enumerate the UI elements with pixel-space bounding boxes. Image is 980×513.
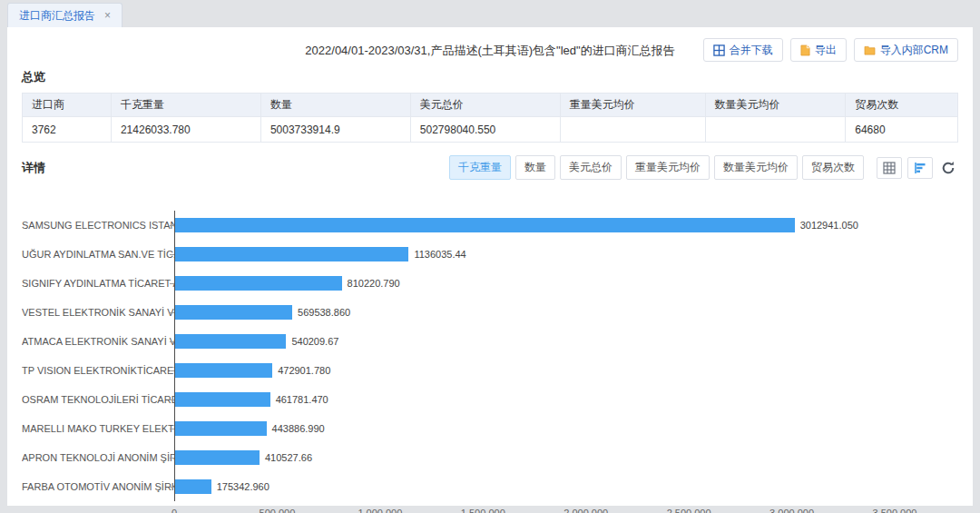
plot-area: 1136035.44 <box>174 240 895 269</box>
bar[interactable] <box>175 247 408 261</box>
category-label: TP VISION ELEKTRONİKTİCARET AN... <box>22 365 174 376</box>
overview-table: 进口商千克重量数量美元总价重量美元均价数量美元均价贸易次数 3762214260… <box>22 93 958 143</box>
category-label: OSRAM TEKNOLOJİLERİ TİCARET AN... <box>22 394 174 405</box>
bar[interactable] <box>175 421 267 436</box>
metric-tab-5[interactable]: 贸易次数 <box>802 155 864 180</box>
value-label: 810220.790 <box>348 278 400 289</box>
plot-area: 175342.960 <box>174 472 895 501</box>
value-label: 569538.860 <box>298 307 350 318</box>
plot-area: 569538.860 <box>174 298 895 327</box>
plot-area: 443886.990 <box>174 414 895 443</box>
import-crm-label: 导入内部CRM <box>880 43 948 58</box>
x-axis-tick-label: 0 <box>172 508 177 513</box>
bar[interactable] <box>175 276 342 291</box>
x-axis-tick-label: 1,500,000 <box>461 508 505 513</box>
column-header: 数量 <box>260 94 410 117</box>
column-header: 重量美元均价 <box>560 94 705 117</box>
category-label: VESTEL ELEKTRONİK SANAYİ VE Tİ... <box>22 307 174 318</box>
metric-tab-0[interactable]: 千克重量 <box>449 155 511 180</box>
table-cell: 21426033.780 <box>111 117 260 143</box>
header-actions: 合并下载 导出 导入内部CRM <box>703 38 958 62</box>
metric-tab-1[interactable]: 数量 <box>515 155 555 180</box>
column-header: 美元总价 <box>410 94 560 117</box>
value-label: 175342.960 <box>217 481 270 492</box>
bar[interactable] <box>175 479 211 494</box>
bar-chart-view-icon[interactable] <box>907 157 933 179</box>
merge-download-icon <box>713 44 725 56</box>
bar[interactable] <box>175 363 272 378</box>
column-header: 数量美元均价 <box>705 94 846 117</box>
export-button[interactable]: 导出 <box>790 38 847 62</box>
table-cell <box>560 117 705 143</box>
bar[interactable] <box>175 450 260 465</box>
chart-row: OSRAM TEKNOLOJİLERİ TİCARET AN...461781.… <box>22 385 895 414</box>
details-toolbar: 详情 千克重量数量美元总价重量美元均价数量美元均价贸易次数 <box>22 155 958 180</box>
value-label: 443886.990 <box>272 423 325 434</box>
chart-row: MARELLI MAKO TURKEY ELEKTRİK S...443886.… <box>22 414 895 443</box>
column-header: 千克重量 <box>111 94 260 117</box>
table-row: 376221426033.7805003733914.9502798040.55… <box>23 117 958 143</box>
tab-importer-summary-report[interactable]: 进口商汇总报告 × <box>7 3 122 27</box>
chart-row: TP VISION ELEKTRONİKTİCARET AN...472901.… <box>22 356 895 385</box>
metric-tab-group: 千克重量数量美元总价重量美元均价数量美元均价贸易次数 <box>449 155 864 180</box>
plot-area: 540209.67 <box>174 327 895 356</box>
x-axis-tick-label: 500,000 <box>260 508 296 513</box>
details-section-title: 详情 <box>22 160 45 176</box>
merge-download-button[interactable]: 合并下载 <box>703 38 783 62</box>
bar-chart: SAMSUNG ELECTRONICS ISTANBUL P...3012941… <box>22 211 958 513</box>
value-label: 410527.66 <box>265 452 312 463</box>
value-label: 472901.780 <box>278 365 330 376</box>
value-label: 3012941.050 <box>800 220 858 231</box>
table-cell: 502798040.550 <box>410 117 560 143</box>
import-crm-icon <box>864 45 876 55</box>
x-axis-tick-label: 3,500,000 <box>873 508 917 513</box>
category-label: SIGNIFY AYDINLATMA TİCARET ANO... <box>22 278 174 289</box>
plot-area: 3012941.050 <box>174 211 895 240</box>
export-label: 导出 <box>815 43 837 58</box>
bar[interactable] <box>175 334 286 349</box>
category-label: MARELLI MAKO TURKEY ELEKTRİK S... <box>22 423 174 434</box>
metric-tab-4[interactable]: 数量美元均价 <box>714 155 798 180</box>
chart-row: FARBA OTOMOTİV ANONİM ŞİRKETİ175342.960 <box>22 472 895 501</box>
category-label: ATMACA ELEKTRONİK SANAYİ VE Tİ... <box>22 336 174 347</box>
bar[interactable] <box>175 305 292 320</box>
plot-area: 410527.66 <box>174 443 895 472</box>
chart-row: SIGNIFY AYDINLATMA TİCARET ANO...810220.… <box>22 269 895 298</box>
chart-row: SAMSUNG ELECTRONICS ISTANBUL P...3012941… <box>22 211 895 240</box>
table-cell: 3762 <box>23 117 112 143</box>
column-header: 贸易次数 <box>846 94 958 117</box>
metric-tab-2[interactable]: 美元总价 <box>560 155 622 180</box>
bar[interactable] <box>175 392 270 407</box>
import-crm-button[interactable]: 导入内部CRM <box>854 38 958 62</box>
plot-area: 810220.790 <box>174 269 895 298</box>
table-cell <box>705 117 846 143</box>
table-cell: 5003733914.9 <box>260 117 410 143</box>
close-icon[interactable]: × <box>104 10 111 21</box>
plot-area: 472901.780 <box>174 356 895 385</box>
table-header-row: 进口商千克重量数量美元总价重量美元均价数量美元均价贸易次数 <box>23 94 958 117</box>
chart-row: APRON TEKNOLOJİ ANONİM ŞİRKETİ410527.66 <box>22 443 895 472</box>
table-cell: 64680 <box>846 117 958 143</box>
overview-section-title: 总览 <box>22 69 958 85</box>
x-axis: 0500,0001,000,0001,500,0002,000,0002,500… <box>174 501 895 513</box>
metric-tab-3[interactable]: 重量美元均价 <box>626 155 710 180</box>
report-panel: 2022/04/01-2023/03/31,产品描述(土耳其语)包含"led"的… <box>7 27 973 506</box>
x-axis-tick-label: 3,000,000 <box>769 508 814 513</box>
category-label: FARBA OTOMOTİV ANONİM ŞİRKETİ <box>22 481 174 492</box>
tab-label: 进口商汇总报告 <box>19 8 95 24</box>
value-label: 461781.470 <box>276 394 328 405</box>
tab-bar: 进口商汇总报告 × <box>0 0 980 27</box>
bar[interactable] <box>175 218 795 232</box>
category-label: SAMSUNG ELECTRONICS ISTANBUL P... <box>22 220 174 231</box>
export-icon <box>800 44 810 56</box>
table-view-icon[interactable] <box>877 157 902 179</box>
x-axis-tick-label: 2,000,000 <box>564 508 608 513</box>
x-axis-tick-label: 1,000,000 <box>358 508 402 513</box>
chart-row: UĞUR AYDINLATMA SAN.VE TİC.LTD...1136035… <box>22 240 895 269</box>
refresh-icon[interactable] <box>938 157 958 179</box>
value-label: 540209.67 <box>291 336 338 347</box>
column-header: 进口商 <box>23 94 112 117</box>
x-axis-tick-label: 2,500,000 <box>667 508 711 513</box>
view-switch-group <box>877 157 958 179</box>
value-label: 1136035.44 <box>414 249 466 260</box>
